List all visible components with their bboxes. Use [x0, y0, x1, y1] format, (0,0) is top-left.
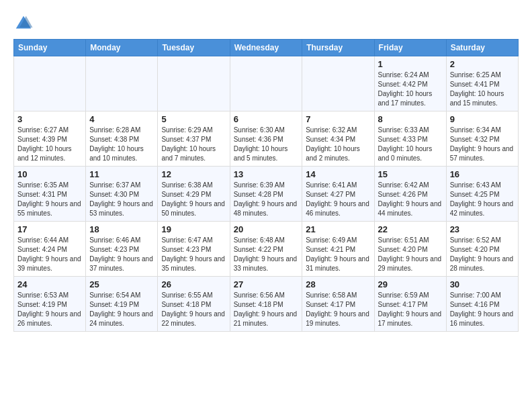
- day-info: Sunrise: 6:42 AMSunset: 4:26 PMDaylight:…: [378, 181, 443, 218]
- calendar-week-row: 10Sunrise: 6:35 AMSunset: 4:31 PMDayligh…: [14, 167, 519, 222]
- day-info: Sunrise: 6:59 AMSunset: 4:17 PMDaylight:…: [378, 291, 443, 328]
- day-info: Sunrise: 6:53 AMSunset: 4:19 PMDaylight:…: [17, 291, 82, 328]
- day-info: Sunrise: 6:47 AMSunset: 4:23 PMDaylight:…: [161, 236, 226, 273]
- day-number: 5: [161, 114, 226, 124]
- calendar-day-26: 26Sunrise: 6:55 AMSunset: 4:18 PMDayligh…: [158, 277, 230, 332]
- day-info: Sunrise: 6:44 AMSunset: 4:24 PMDaylight:…: [17, 236, 82, 273]
- logo: [13, 13, 38, 34]
- logo-icon: [13, 13, 34, 34]
- weekday-header-monday: Monday: [86, 40, 158, 56]
- day-info: Sunrise: 6:32 AMSunset: 4:34 PMDaylight:…: [306, 126, 370, 163]
- day-info: Sunrise: 6:30 AMSunset: 4:36 PMDaylight:…: [234, 126, 299, 163]
- day-number: 29: [378, 279, 443, 289]
- calendar-week-row: 24Sunrise: 6:53 AMSunset: 4:19 PMDayligh…: [14, 277, 519, 332]
- calendar-day-5: 5Sunrise: 6:29 AMSunset: 4:37 PMDaylight…: [158, 111, 230, 167]
- weekday-header-saturday: Saturday: [446, 40, 518, 56]
- day-info: Sunrise: 6:51 AMSunset: 4:20 PMDaylight:…: [378, 236, 443, 273]
- weekday-header-tuesday: Tuesday: [158, 40, 230, 56]
- calendar-empty-cell: [230, 56, 302, 111]
- day-number: 3: [17, 114, 82, 124]
- day-info: Sunrise: 6:29 AMSunset: 4:37 PMDaylight:…: [161, 126, 226, 163]
- day-number: 16: [450, 169, 515, 179]
- calendar-day-20: 20Sunrise: 6:48 AMSunset: 4:22 PMDayligh…: [230, 222, 302, 277]
- calendar-week-row: 1Sunrise: 6:24 AMSunset: 4:42 PMDaylight…: [14, 56, 519, 111]
- day-number: 23: [450, 224, 515, 234]
- day-info: Sunrise: 6:37 AMSunset: 4:30 PMDaylight:…: [89, 181, 154, 218]
- day-number: 28: [306, 279, 370, 289]
- day-number: 6: [234, 114, 299, 124]
- calendar-day-6: 6Sunrise: 6:30 AMSunset: 4:36 PMDaylight…: [230, 111, 302, 167]
- day-number: 30: [450, 279, 515, 289]
- day-number: 10: [17, 169, 82, 179]
- day-info: Sunrise: 7:00 AMSunset: 4:16 PMDaylight:…: [450, 291, 515, 328]
- weekday-header-friday: Friday: [374, 40, 446, 56]
- calendar-day-29: 29Sunrise: 6:59 AMSunset: 4:17 PMDayligh…: [374, 277, 446, 332]
- day-info: Sunrise: 6:56 AMSunset: 4:18 PMDaylight:…: [234, 291, 299, 328]
- day-info: Sunrise: 6:49 AMSunset: 4:21 PMDaylight:…: [306, 236, 370, 273]
- day-number: 8: [378, 114, 443, 124]
- day-info: Sunrise: 6:43 AMSunset: 4:25 PMDaylight:…: [450, 181, 515, 218]
- calendar-day-23: 23Sunrise: 6:52 AMSunset: 4:20 PMDayligh…: [446, 222, 518, 277]
- calendar-day-13: 13Sunrise: 6:39 AMSunset: 4:28 PMDayligh…: [230, 167, 302, 222]
- day-number: 27: [234, 279, 299, 289]
- calendar-week-row: 17Sunrise: 6:44 AMSunset: 4:24 PMDayligh…: [14, 222, 519, 277]
- calendar-day-21: 21Sunrise: 6:49 AMSunset: 4:21 PMDayligh…: [302, 222, 374, 277]
- day-info: Sunrise: 6:25 AMSunset: 4:41 PMDaylight:…: [450, 71, 515, 108]
- day-info: Sunrise: 6:46 AMSunset: 4:23 PMDaylight:…: [89, 236, 154, 273]
- calendar-day-18: 18Sunrise: 6:46 AMSunset: 4:23 PMDayligh…: [86, 222, 158, 277]
- calendar-day-19: 19Sunrise: 6:47 AMSunset: 4:23 PMDayligh…: [158, 222, 230, 277]
- day-number: 9: [450, 114, 515, 124]
- day-info: Sunrise: 6:28 AMSunset: 4:38 PMDaylight:…: [89, 126, 154, 163]
- day-info: Sunrise: 6:24 AMSunset: 4:42 PMDaylight:…: [378, 71, 443, 108]
- day-number: 22: [378, 224, 443, 234]
- calendar-empty-cell: [86, 56, 158, 111]
- weekday-header-thursday: Thursday: [302, 40, 374, 56]
- day-info: Sunrise: 6:39 AMSunset: 4:28 PMDaylight:…: [234, 181, 299, 218]
- calendar-day-17: 17Sunrise: 6:44 AMSunset: 4:24 PMDayligh…: [14, 222, 86, 277]
- day-info: Sunrise: 6:52 AMSunset: 4:20 PMDaylight:…: [450, 236, 515, 273]
- calendar-empty-cell: [158, 56, 230, 111]
- calendar-day-9: 9Sunrise: 6:34 AMSunset: 4:32 PMDaylight…: [446, 111, 518, 167]
- calendar-day-28: 28Sunrise: 6:58 AMSunset: 4:17 PMDayligh…: [302, 277, 374, 332]
- page: SundayMondayTuesdayWednesdayThursdayFrid…: [0, 0, 532, 338]
- calendar-day-4: 4Sunrise: 6:28 AMSunset: 4:38 PMDaylight…: [86, 111, 158, 167]
- day-number: 18: [89, 224, 154, 234]
- day-info: Sunrise: 6:33 AMSunset: 4:33 PMDaylight:…: [378, 126, 443, 163]
- calendar-day-8: 8Sunrise: 6:33 AMSunset: 4:33 PMDaylight…: [374, 111, 446, 167]
- calendar-day-24: 24Sunrise: 6:53 AMSunset: 4:19 PMDayligh…: [14, 277, 86, 332]
- day-info: Sunrise: 6:38 AMSunset: 4:29 PMDaylight:…: [161, 181, 226, 218]
- day-info: Sunrise: 6:55 AMSunset: 4:18 PMDaylight:…: [161, 291, 226, 328]
- day-number: 14: [306, 169, 370, 179]
- calendar-day-3: 3Sunrise: 6:27 AMSunset: 4:39 PMDaylight…: [14, 111, 86, 167]
- calendar-day-22: 22Sunrise: 6:51 AMSunset: 4:20 PMDayligh…: [374, 222, 446, 277]
- calendar-day-7: 7Sunrise: 6:32 AMSunset: 4:34 PMDaylight…: [302, 111, 374, 167]
- day-number: 2: [450, 59, 515, 69]
- weekday-header-wednesday: Wednesday: [230, 40, 302, 56]
- weekday-header-row: SundayMondayTuesdayWednesdayThursdayFrid…: [14, 40, 519, 56]
- day-info: Sunrise: 6:41 AMSunset: 4:27 PMDaylight:…: [306, 181, 370, 218]
- calendar-empty-cell: [302, 56, 374, 111]
- day-number: 11: [89, 169, 154, 179]
- calendar-day-27: 27Sunrise: 6:56 AMSunset: 4:18 PMDayligh…: [230, 277, 302, 332]
- weekday-header-sunday: Sunday: [14, 40, 86, 56]
- day-number: 17: [17, 224, 82, 234]
- calendar-day-16: 16Sunrise: 6:43 AMSunset: 4:25 PMDayligh…: [446, 167, 518, 222]
- day-number: 4: [89, 114, 154, 124]
- calendar-day-30: 30Sunrise: 7:00 AMSunset: 4:16 PMDayligh…: [446, 277, 518, 332]
- calendar-day-1: 1Sunrise: 6:24 AMSunset: 4:42 PMDaylight…: [374, 56, 446, 111]
- day-number: 25: [89, 279, 154, 289]
- day-info: Sunrise: 6:35 AMSunset: 4:31 PMDaylight:…: [17, 181, 82, 218]
- day-number: 13: [234, 169, 299, 179]
- day-number: 1: [378, 59, 443, 69]
- calendar-day-2: 2Sunrise: 6:25 AMSunset: 4:41 PMDaylight…: [446, 56, 518, 111]
- calendar-day-25: 25Sunrise: 6:54 AMSunset: 4:19 PMDayligh…: [86, 277, 158, 332]
- calendar-week-row: 3Sunrise: 6:27 AMSunset: 4:39 PMDaylight…: [14, 111, 519, 167]
- header: [13, 13, 519, 34]
- calendar-day-15: 15Sunrise: 6:42 AMSunset: 4:26 PMDayligh…: [374, 167, 446, 222]
- day-number: 7: [306, 114, 370, 124]
- calendar-day-11: 11Sunrise: 6:37 AMSunset: 4:30 PMDayligh…: [86, 167, 158, 222]
- day-number: 24: [17, 279, 82, 289]
- day-number: 21: [306, 224, 370, 234]
- calendar-day-12: 12Sunrise: 6:38 AMSunset: 4:29 PMDayligh…: [158, 167, 230, 222]
- calendar-day-14: 14Sunrise: 6:41 AMSunset: 4:27 PMDayligh…: [302, 167, 374, 222]
